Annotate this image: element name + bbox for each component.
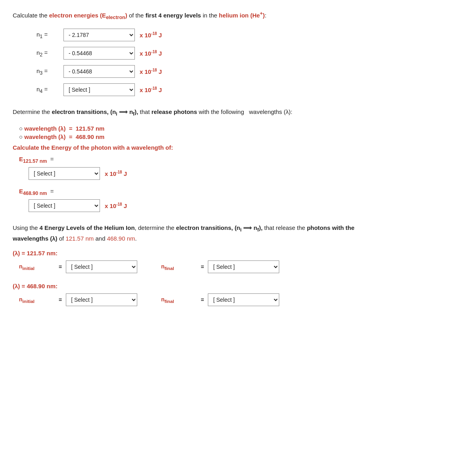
- n3-select[interactable]: - 0.54468 - 2.1787 - 0.24208 - 0.13617: [63, 65, 135, 78]
- energy-row-n3: n3 = - 0.54468 - 2.1787 - 0.24208 - 0.13…: [36, 65, 463, 78]
- eq-sign-121-init: =: [59, 264, 62, 270]
- n1-select[interactable]: - 2.1787 - 0.54468 - 0.24208 - 0.13617: [63, 29, 135, 41]
- 4-energy-levels-highlight: 4 Energy Levels of the Helium Ion: [40, 224, 135, 231]
- lambda-468-row: ninitial = [ Select ] 1 2 3 4 nfinal = […: [19, 293, 463, 306]
- energy-calc-section: Calculate the Energy of the photon with …: [13, 144, 463, 212]
- wavelength-item-2: wavelength (λ) = 468.90 nm: [19, 133, 463, 140]
- wavelength-list: wavelength (λ) = 121.57 nm wavelength (λ…: [19, 125, 463, 140]
- intro-paragraph: Calculate the electron energies (Eelectr…: [13, 10, 463, 21]
- lambda-121-section: (λ) = 121.57 nm: ninitial = [ Select ] 1…: [13, 250, 463, 273]
- highlight-helium-ion: helium ion (He+): [219, 12, 265, 19]
- highlight-energy-levels: first 4 energy levels: [146, 12, 201, 19]
- e121-select[interactable]: [ Select ] 1.6301 0.4243 0.2652 0.1632: [29, 167, 100, 180]
- n4-unit: x 10-18 J: [140, 86, 162, 93]
- n-initial-select-468[interactable]: [ Select ] 1 2 3 4: [66, 293, 137, 306]
- e121-label: E121.57 nm: [19, 156, 47, 162]
- n-initial-label-468: ninitial: [19, 296, 55, 304]
- e468-eq: =: [49, 188, 54, 195]
- n2-select[interactable]: - 0.54468 - 2.1787 - 0.24208 - 0.13617: [63, 47, 135, 60]
- lambda-468-header: (λ) = 468.90 nm:: [13, 283, 463, 289]
- n-initial-select-121[interactable]: [ Select ] 1 2 3 4: [66, 260, 137, 273]
- eq-sign-468-fin: =: [201, 297, 204, 303]
- e121-block: E121.57 nm = [ Select ] 1.6301 0.4243 0.…: [19, 156, 463, 180]
- eq-sign-468-init: =: [59, 297, 62, 303]
- eq-sign-121-fin: =: [201, 264, 204, 270]
- transitions-intro-text: Determine the electron transitions, (ni …: [13, 107, 463, 118]
- main-content: Calculate the electron energies (Eelectr…: [13, 10, 463, 306]
- highlight-electron-energies: electron energies (Eelectron): [49, 12, 127, 19]
- n-final-label-468: nfinal: [161, 296, 197, 304]
- energy-row-n2: n2 = - 0.54468 - 2.1787 - 0.24208 - 0.13…: [36, 47, 463, 60]
- n1-unit: x 10-18 J: [140, 31, 162, 39]
- lambda-468-section: (λ) = 468.90 nm: ninitial = [ Select ] 1…: [13, 283, 463, 306]
- transition-section: Using the 4 Energy Levels of the Helium …: [13, 223, 463, 306]
- e468-calc-row: [ Select ] 1.6301 0.4243 0.2652 0.1632 x…: [29, 199, 463, 212]
- n2-unit: x 10-18 J: [140, 50, 162, 57]
- photons-highlight: photons with the: [307, 224, 355, 231]
- n4-label: n4 =: [36, 86, 60, 94]
- e121-calc-row: [ Select ] 1.6301 0.4243 0.2652 0.1632 x…: [29, 167, 463, 180]
- n-initial-label-121: ninitial: [19, 263, 55, 271]
- n-final-select-121[interactable]: [ Select ] 1 2 3 4: [208, 260, 279, 273]
- e468-block: E468.90 nm = [ Select ] 1.6301 0.4243 0.…: [19, 188, 463, 212]
- wavelength-label-2: wavelength (λ) = 468.90 nm: [24, 133, 104, 140]
- release-photons-highlight: release photons: [152, 108, 197, 115]
- wavelength-item-1: wavelength (λ) = 121.57 nm: [19, 125, 463, 132]
- lambda-121-row: ninitial = [ Select ] 1 2 3 4 nfinal = […: [19, 260, 463, 273]
- wavelength-label-1: wavelength (λ) = 121.57 nm: [24, 125, 104, 132]
- n-final-label-121: nfinal: [161, 263, 197, 271]
- transitions-highlight: electron transitions, (ni ⟹ nf),: [52, 108, 138, 115]
- transitions-intro-block: Determine the electron transitions, (ni …: [13, 107, 463, 140]
- e468-label: E468.90 nm: [19, 188, 47, 195]
- e468-label-row: E468.90 nm =: [19, 188, 463, 196]
- lambda-121-header: (λ) = 121.57 nm:: [13, 250, 463, 256]
- energy-row-n1: n1 = - 2.1787 - 0.54468 - 0.24208 - 0.13…: [36, 29, 463, 41]
- e121-eq: =: [49, 156, 54, 162]
- n2-label: n2 =: [36, 49, 60, 58]
- energy-calc-header: Calculate the Energy of the photon with …: [13, 144, 463, 151]
- energy-row-n4: n4 = [ Select ] - 2.1787 - 0.54468 - 0.2…: [36, 83, 463, 96]
- n3-label: n3 =: [36, 67, 60, 76]
- e121-label-row: E121.57 nm =: [19, 156, 463, 164]
- wavelength-468-highlight: 468.90 nm: [107, 235, 135, 242]
- wavelengths-lambda-label: wavelengths (λ): [13, 235, 58, 242]
- e468-select[interactable]: [ Select ] 1.6301 0.4243 0.2652 0.1632: [29, 199, 100, 212]
- transitions-highlight2: electron transitions, (ni ⟹ nf),: [176, 224, 263, 231]
- n-final-select-468[interactable]: [ Select ] 1 2 3 4: [208, 293, 279, 306]
- e468-unit: x 10-18 J: [105, 202, 127, 209]
- n4-select[interactable]: [ Select ] - 2.1787 - 0.54468 - 0.24208 …: [63, 83, 135, 96]
- transition-intro-para: Using the 4 Energy Levels of the Helium …: [13, 223, 463, 243]
- n1-label: n1 =: [36, 31, 60, 39]
- e121-unit: x 10-18 J: [105, 170, 127, 177]
- wavelength-121-highlight: 121.57 nm: [65, 235, 94, 242]
- n3-unit: x 10-18 J: [140, 68, 162, 75]
- energy-levels-block: n1 = - 2.1787 - 0.54468 - 0.24208 - 0.13…: [13, 29, 463, 96]
